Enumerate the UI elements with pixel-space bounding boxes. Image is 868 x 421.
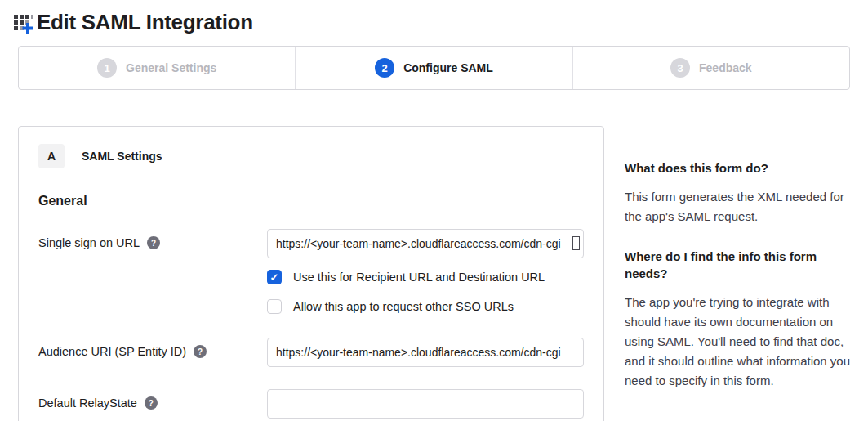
audience-uri-label: Audience URI (SP Entity ID) bbox=[38, 345, 186, 358]
section-title: SAML Settings bbox=[82, 150, 162, 163]
audience-uri-input[interactable] bbox=[267, 338, 584, 367]
add-app-grid-icon bbox=[12, 11, 34, 34]
checkbox-label: Allow this app to request other SSO URLs bbox=[293, 300, 514, 313]
help-body-where: The app you're trying to integrate with … bbox=[625, 293, 850, 391]
help-heading-what: What does this form do? bbox=[625, 159, 850, 177]
relaystate-label: Default RelayState bbox=[38, 396, 137, 410]
sso-url-help-icon[interactable] bbox=[147, 236, 160, 249]
sso-url-controls: Use this for Recipient URL and Destinati… bbox=[267, 229, 584, 314]
audience-uri-controls bbox=[267, 338, 584, 367]
step-label: General Settings bbox=[126, 61, 216, 74]
help-body-what: This form generates the XML needed for t… bbox=[625, 187, 850, 226]
group-title-general: General bbox=[38, 194, 584, 208]
help-heading-where: Where do I find the info this form needs… bbox=[625, 248, 850, 282]
audience-uri-input-wrap bbox=[267, 338, 584, 367]
step-configure-saml[interactable]: 2 Configure SAML bbox=[296, 47, 572, 89]
sso-url-label: Single sign on URL bbox=[38, 236, 140, 249]
field-row-audience-uri: Audience URI (SP Entity ID) bbox=[38, 338, 584, 367]
field-row-sso-url: Single sign on URL Use this for Recipien… bbox=[38, 229, 584, 314]
sso-url-input[interactable] bbox=[267, 229, 584, 258]
help-sidebar: What does this form do? This form genera… bbox=[625, 126, 850, 412]
step-label: Configure SAML bbox=[403, 61, 493, 74]
relaystate-input-wrap bbox=[267, 389, 584, 419]
saml-settings-panel: A SAML Settings General Single sign on U… bbox=[18, 126, 604, 421]
step-number-badge: 3 bbox=[670, 58, 690, 78]
content-area: A SAML Settings General Single sign on U… bbox=[18, 126, 850, 421]
step-feedback[interactable]: 3 Feedback bbox=[573, 47, 849, 89]
step-number-badge: 2 bbox=[375, 58, 394, 78]
step-number-badge: 1 bbox=[97, 58, 117, 78]
relaystate-label-wrap: Default RelayState bbox=[38, 389, 267, 410]
section-header: A SAML Settings bbox=[38, 144, 584, 168]
relaystate-input[interactable] bbox=[267, 389, 584, 419]
relaystate-controls: If no value is set, a blank RelayState i… bbox=[267, 389, 584, 421]
field-row-default-relaystate: Default RelayState If no value is set, a… bbox=[38, 389, 584, 421]
page-title: Edit SAML Integration bbox=[37, 10, 253, 35]
sso-url-input-wrap bbox=[267, 229, 584, 258]
page-header: Edit SAML Integration bbox=[0, 0, 868, 35]
checkbox-row-recipient-url[interactable]: Use this for Recipient URL and Destinati… bbox=[267, 270, 584, 284]
checkbox-label: Use this for Recipient URL and Destinati… bbox=[293, 271, 545, 284]
step-general-settings[interactable]: 1 General Settings bbox=[19, 47, 296, 89]
audience-uri-help-icon[interactable] bbox=[194, 345, 207, 358]
section-letter-badge: A bbox=[38, 144, 65, 168]
audience-uri-label-wrap: Audience URI (SP Entity ID) bbox=[38, 338, 267, 358]
checkbox-row-other-sso-urls[interactable]: Allow this app to request other SSO URLs bbox=[267, 299, 584, 314]
checkbox-checked-icon[interactable] bbox=[267, 270, 282, 284]
step-label: Feedback bbox=[699, 61, 752, 74]
sso-url-label-wrap: Single sign on URL bbox=[38, 229, 267, 249]
wizard-stepper: 1 General Settings 2 Configure SAML 3 Fe… bbox=[18, 46, 850, 90]
relaystate-help-icon[interactable] bbox=[145, 396, 158, 410]
checkbox-unchecked-icon[interactable] bbox=[267, 299, 282, 314]
